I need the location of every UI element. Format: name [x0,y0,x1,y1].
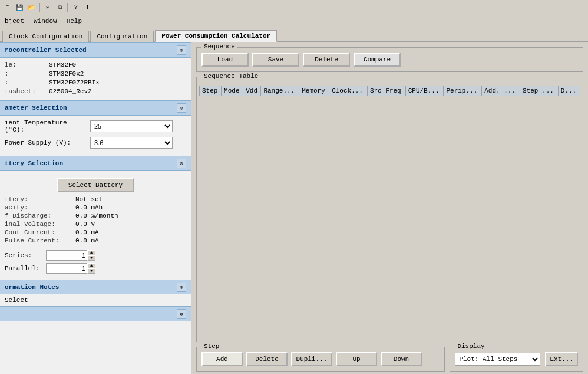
tabs-bar: Clock Configuration Configuration Power … [0,27,588,42]
battery-collapse-btn[interactable]: ⊙ [177,159,186,168]
step-group-title: Step [201,343,222,350]
parameter-content: ient Temperature (°C): 25 0 50 85 Power … [0,116,191,156]
step-add-button[interactable]: Add [201,352,243,366]
microcontroller-title: rocontroller Selected [5,47,87,54]
info-notes-title: ormation Notes [5,284,59,291]
series-label: Series: [5,252,46,259]
step-delete-button[interactable]: Delete [246,352,288,366]
battery-row-discharge: f Discharge: 0.0 %/month [5,212,186,219]
parameter-section-header: ameter Selection ⊙ [0,100,191,116]
menu-object[interactable]: bject [2,17,27,25]
tab-power-consumption[interactable]: Power Consumption Calculator [155,30,277,42]
right-panel: Sequence Load Save Delete Compare Sequen… [191,42,588,374]
save-button[interactable]: Save [252,53,299,67]
toolbar: 🗋 💾 📂 ✂ ⧉ ? ℹ [0,0,588,15]
parallel-down-arrow[interactable]: ▼ [87,268,95,274]
open-icon[interactable]: 📂 [26,2,37,13]
value-part: STM32F072RBIx [49,79,100,86]
battery-label-cont: Cont Current: [5,229,75,236]
power-supply-select[interactable]: 3.6 3.3 3.0 2.5 [90,137,173,149]
left-panel: rocontroller Selected ⊙ le: STM32F0 : ST… [0,42,191,374]
bottom-row: Step Add Delete Dupli... Up Down Display… [196,347,583,372]
battery-label-pulse: Pulse Current: [5,237,75,244]
info-icon[interactable]: ℹ [82,2,93,13]
col-add: Add. ... [482,86,520,96]
step-duplicate-button[interactable]: Dupli... [291,352,332,366]
parallel-spinner-arrows: ▲ ▼ [87,263,95,274]
delete-button[interactable]: Delete [303,53,350,67]
help-icon[interactable]: ? [71,2,81,13]
battery-value-type: Not set [75,196,103,203]
col-range: Range... [261,86,299,96]
col-srcfreq: Src Freq [367,86,405,96]
series-up-arrow[interactable]: ▲ [87,250,95,255]
info-row-le: le: STM32F0 [5,61,186,68]
series-spinner-arrows: ▲ ▼ [87,250,95,261]
battery-label-voltage: inal Voltage: [5,221,75,228]
battery-row-cont: Cont Current: 0.0 mA [5,229,186,236]
menu-window[interactable]: Window [31,17,60,25]
label-type: : [5,70,49,77]
battery-section-header: ttery Selection ⊙ [0,156,191,171]
separator-1 [39,3,40,12]
col-step2: Step ... [520,86,559,96]
microcontroller-section-header: rocontroller Selected ⊙ [0,42,191,58]
col-step: Step [200,86,222,96]
microcontroller-content: le: STM32F0 : STM32F0x2 : STM32F072RBIx … [0,58,191,100]
col-clock: Clock... [329,86,368,96]
extra-section-header: ⊗ [0,306,191,321]
parallel-up-arrow[interactable]: ▲ [87,263,95,268]
value-le: STM32F0 [49,61,76,68]
parallel-input[interactable] [46,263,87,274]
main-layout: rocontroller Selected ⊙ le: STM32F0 : ST… [0,42,588,374]
copy-icon[interactable]: ⧉ [54,2,65,13]
display-group-title: Display [455,343,487,350]
battery-value-voltage: 0.0 V [75,221,95,228]
series-input[interactable] [46,250,87,261]
separator-2 [67,3,68,12]
ambient-temp-select[interactable]: 25 0 50 85 [90,120,173,132]
step-down-button[interactable]: Down [381,352,422,366]
microcontroller-collapse-btn[interactable]: ⊙ [177,45,186,55]
menu-help[interactable]: Help [64,17,84,25]
battery-label-type: ttery: [5,196,75,203]
info-row-type: : STM32F0x2 [5,70,186,77]
sequence-table-title: Sequence Table [201,73,260,80]
info-row-datasheet: tasheet: 025004_Rev2 [5,88,186,95]
battery-row-pulse: Pulse Current: 0.0 mA [5,237,186,244]
ext-button[interactable]: Ext... [545,352,578,366]
col-d: D... [558,86,580,96]
series-down-arrow[interactable]: ▼ [87,255,95,261]
step-up-button[interactable]: Up [336,352,377,366]
select-battery-button[interactable]: Select Battery [57,178,134,192]
parameter-title: ameter Selection [5,104,67,111]
parallel-label: Parallel: [5,265,46,272]
compare-button[interactable]: Compare [354,53,401,67]
cut-icon[interactable]: ✂ [42,2,53,13]
sequence-table-group: Sequence Table Step Mode Vdd Range... Me… [196,77,583,342]
new-icon[interactable]: 🗋 [2,2,13,13]
load-button[interactable]: Load [201,53,249,67]
parallel-row: Parallel: ▲ ▼ [5,263,186,274]
parameter-collapse-btn[interactable]: ⊙ [177,103,186,113]
info-notes-collapse-btn[interactable]: ⊗ [177,283,186,292]
sequence-group: Sequence Load Save Delete Compare [196,47,583,72]
tab-clock-configuration[interactable]: Clock Configuration [2,31,89,42]
extra-collapse-btn[interactable]: ⊗ [177,309,186,319]
menubar: bject Window Help [0,15,588,27]
tab-configuration[interactable]: Configuration [90,31,154,42]
ambient-temp-row: ient Temperature (°C): 25 0 50 85 [5,119,186,133]
battery-label-capacity: acity: [5,204,75,211]
power-supply-label: Power Supply (V): [5,139,90,146]
battery-row-capacity: acity: 0.0 mAh [5,204,186,211]
battery-value-cont: 0.0 mA [75,229,99,236]
col-perip: Perip... [444,86,482,96]
series-row: Series: ▲ ▼ [5,250,186,261]
save-icon[interactable]: 💾 [14,2,25,13]
plot-select[interactable]: Plot: All Steps Plot: Current Step [455,353,540,366]
battery-label-discharge: f Discharge: [5,212,75,219]
select-label: Select [0,294,191,306]
step-group: Step Add Delete Dupli... Up Down [196,347,445,372]
value-type: STM32F0x2 [49,70,84,77]
sequence-group-title: Sequence [201,43,237,50]
